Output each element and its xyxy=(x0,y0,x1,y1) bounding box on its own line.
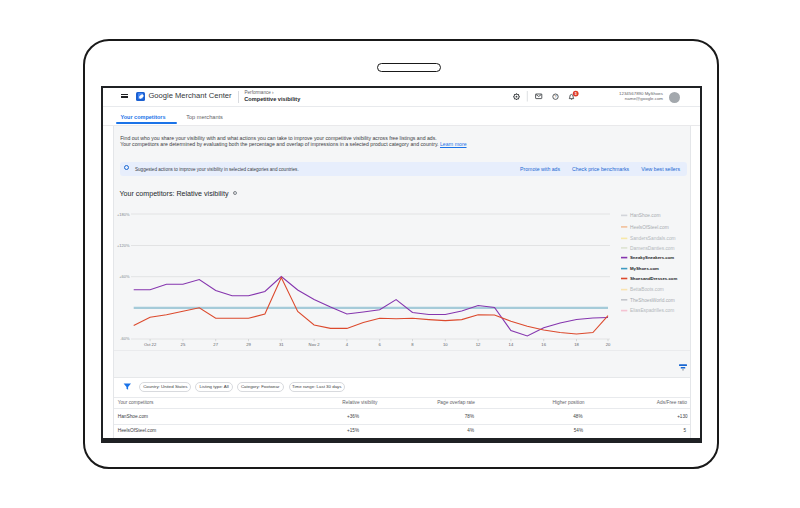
svg-text:SneakySneakers.com: SneakySneakers.com xyxy=(630,255,674,260)
svg-text:12: 12 xyxy=(476,342,481,347)
svg-text:+120%: +120% xyxy=(117,243,130,248)
svg-text:6: 6 xyxy=(379,342,382,347)
svg-text:10: 10 xyxy=(443,342,448,347)
svg-text:TheShoesWorld.com: TheShoesWorld.com xyxy=(630,298,675,303)
svg-text:DamensDanties.com: DamensDanties.com xyxy=(630,246,675,251)
svg-text:ShoesandDresses.com: ShoesandDresses.com xyxy=(630,276,677,281)
svg-text:EliasEspadrilles.com: EliasEspadrilles.com xyxy=(630,308,674,313)
svg-text:BettaBoots.com: BettaBoots.com xyxy=(630,287,664,292)
svg-text:18: 18 xyxy=(574,342,579,347)
svg-text:31: 31 xyxy=(279,342,284,347)
svg-text:20: 20 xyxy=(606,342,611,347)
svg-text:HanShoe.com: HanShoe.com xyxy=(630,213,660,218)
svg-text:Oct 22: Oct 22 xyxy=(144,342,157,347)
svg-text:+180%: +180% xyxy=(117,212,130,217)
svg-text:SandersSandals.com: SandersSandals.com xyxy=(630,236,676,241)
svg-text:MyShoes.com: MyShoes.com xyxy=(630,266,659,271)
svg-text:-60%: -60% xyxy=(120,336,130,341)
svg-text:HeelsOfSteel.com: HeelsOfSteel.com xyxy=(630,225,669,230)
svg-text:8: 8 xyxy=(411,342,414,347)
svg-text:4: 4 xyxy=(346,342,349,347)
svg-text:29: 29 xyxy=(246,342,251,347)
svg-text:Nov 2: Nov 2 xyxy=(309,342,321,347)
svg-text:+60%: +60% xyxy=(119,274,130,279)
svg-text:14: 14 xyxy=(509,342,514,347)
svg-text:16: 16 xyxy=(541,342,546,347)
svg-text:27: 27 xyxy=(213,342,218,347)
svg-text:25: 25 xyxy=(181,342,186,347)
